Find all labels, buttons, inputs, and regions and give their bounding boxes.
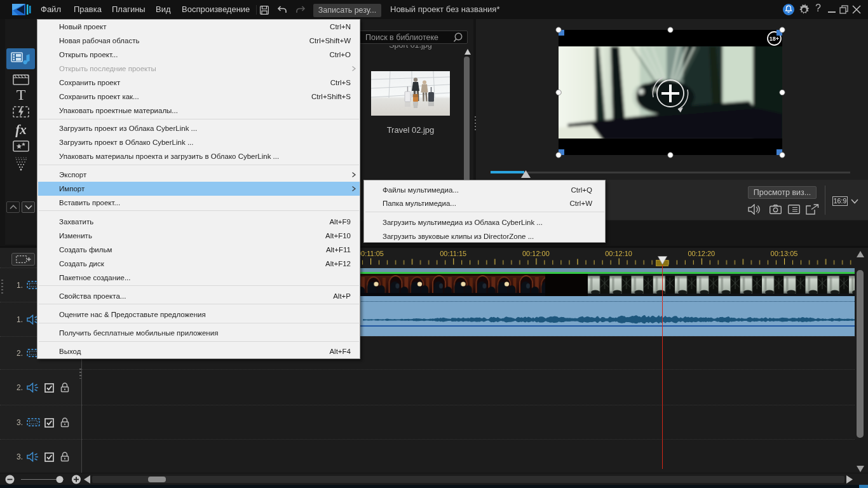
svg-text:00:13:05: 00:13:05	[771, 250, 798, 257]
svg-text:00:12:10: 00:12:10	[605, 250, 632, 257]
svg-text:00:12:00: 00:12:00	[522, 250, 550, 257]
svg-text:00:11:05: 00:11:05	[357, 250, 384, 257]
svg-text:00:11:15: 00:11:15	[440, 250, 466, 257]
svg-text:00:12:20: 00:12:20	[688, 250, 715, 257]
